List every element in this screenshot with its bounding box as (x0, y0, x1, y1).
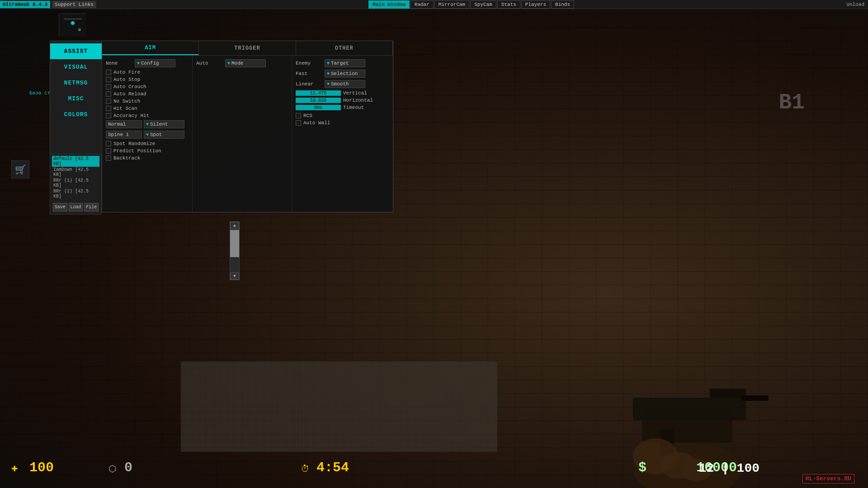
load-button[interactable]: Load (69, 203, 83, 211)
vertical-value-bar[interactable]: 11.475 (296, 90, 341, 96)
timeout-value-bar[interactable]: 0ms (296, 105, 341, 110)
scroll-up-button[interactable]: ▲ (230, 222, 239, 229)
noswitch-label: No Switch (113, 99, 140, 104)
noswitch-checkbox[interactable] (106, 99, 111, 104)
aim-config-row: None ▼ Config (106, 59, 189, 67)
hitscan-row: Hit Scan (106, 106, 189, 111)
trigger-auto-label: Auto (196, 61, 223, 66)
tab-radar[interactable]: Radar (410, 0, 434, 9)
spine-spot-row: Spine 1 ▼ Spot (106, 131, 189, 139)
hud-timer: 4:54 (316, 460, 349, 475)
tab-main-window[interactable]: Main Window (368, 0, 410, 9)
content-body: None ▼ Config Auto Fire Auto Stop Aut (102, 56, 393, 212)
minimap (59, 14, 86, 36)
scrollbar[interactable]: ▲ ▼ (230, 221, 240, 280)
file-button[interactable]: File (84, 203, 99, 211)
sidebar-item-assist[interactable]: ASSIST (50, 43, 102, 59)
tab-mirrorcam[interactable]: MirrorCam (434, 0, 469, 9)
tab-spycam[interactable]: SpyCam (470, 0, 496, 9)
scroll-track (230, 229, 239, 272)
app-logo: UltraHook 0.4.3 (0, 1, 50, 8)
main-tab-aim[interactable]: AIM (102, 41, 199, 55)
hitscan-checkbox[interactable] (106, 106, 111, 111)
trigger-mode-dropdown[interactable]: ▼ Mode (225, 59, 266, 67)
tab-stats[interactable]: Stats (497, 0, 520, 9)
config-file-default[interactable]: default [42.5 KB] (52, 156, 99, 167)
predictposition-row: Predict Position (106, 148, 189, 154)
cart-icon[interactable]: 🛒 (11, 160, 29, 178)
main-tab-trigger[interactable]: TRIGGER (199, 41, 296, 55)
spot-label: Spot (150, 132, 162, 137)
silent-dropdown[interactable]: ▼ Silent (144, 120, 184, 128)
main-tab-other[interactable]: OTHER (296, 41, 393, 55)
predictposition-label: Predict Position (113, 148, 161, 154)
tab-binds[interactable]: Binds (551, 0, 574, 9)
config-dropdown-label: Config (141, 61, 159, 66)
svg-rect-6 (633, 398, 746, 420)
spotrandomize-checkbox[interactable] (106, 141, 111, 146)
nav-tabs: Main Window Radar MirrorCam SpyCam Stats… (100, 0, 843, 9)
mode-arrow: ▼ (227, 61, 230, 66)
autostop-checkbox[interactable] (106, 77, 111, 82)
scroll-thumb[interactable] (230, 230, 239, 257)
aim-section: None ▼ Config Auto Fire Auto Stop Aut (102, 56, 193, 212)
wall-label: B1 (778, 90, 805, 115)
horizontal-label: Horizontal (343, 98, 373, 103)
accuracyhit-row: Accuracy Hit (106, 113, 189, 118)
config-file-iamdown[interactable]: IamDown [42.5 KB] (52, 167, 99, 178)
predictposition-checkbox[interactable] (106, 148, 111, 154)
target-label: Target (331, 61, 349, 66)
config-file-rrr1[interactable]: RRr (1) [42.5 KB] (52, 178, 99, 188)
smooth-dropdown[interactable]: ▼ Smooth (325, 80, 365, 88)
autofire-label: Auto Fire (113, 70, 140, 75)
floor-grating (181, 361, 497, 452)
rcs-checkbox[interactable] (296, 113, 301, 118)
normal-silent-row: Normal ▼ Silent (106, 120, 189, 128)
spot-dropdown[interactable]: ▼ Spot (144, 131, 184, 139)
accuracyhit-label: Accuracy Hit (113, 113, 149, 118)
save-button[interactable]: Save (53, 203, 67, 211)
armor-icon: ⬡ (108, 463, 116, 474)
autoreload-checkbox[interactable] (106, 91, 111, 97)
accuracyhit-checkbox[interactable] (106, 113, 111, 118)
scroll-down-button[interactable]: ▼ (230, 272, 239, 280)
sidebar-item-visual[interactable]: VISUAL (50, 59, 102, 75)
topbar: UltraHook 0.4.3 Support Links Main Windo… (0, 0, 868, 9)
autofire-checkbox[interactable] (106, 70, 111, 75)
hl-servers-logo: HL-Servers.RU (802, 474, 854, 483)
selection-dropdown[interactable]: ▼ Selection (325, 70, 365, 78)
health-icon: ✚ (11, 461, 18, 474)
config-file-rrr2[interactable]: RRr (2) [42.5 KB] (52, 188, 99, 199)
hud-health: 100 (29, 460, 54, 475)
backtrack-label: Backtrack (113, 155, 140, 161)
enemy-label: Enemy (296, 61, 323, 66)
autowall-label: Auto Wall (303, 120, 330, 126)
rcs-label: RCS (303, 113, 312, 118)
support-links-button[interactable]: Support Links (52, 1, 96, 8)
config-dropdown-arrow: ▼ (137, 61, 140, 66)
autowall-row: Auto Wall (296, 120, 389, 126)
sidebar-item-netmsg[interactable]: NETMSG (50, 75, 102, 91)
autoreload-label: Auto Reload (113, 91, 146, 97)
smooth-arrow: ▼ (327, 82, 330, 87)
horizontal-value-bar[interactable]: 10.929 (296, 98, 341, 103)
other-section: Enemy ▼ Target Fast ▼ Selection Linear (292, 56, 393, 212)
sidebar-item-misc[interactable]: MISC (50, 91, 102, 107)
svg-rect-0 (59, 14, 86, 37)
target-dropdown[interactable]: ▼ Target (325, 59, 365, 67)
autostop-label: Auto Stop (113, 77, 140, 82)
vertical-row: 11.475 Vertical (296, 90, 389, 96)
spine-dropdown[interactable]: Spine 1 (106, 131, 142, 139)
tab-header: AIM TRIGGER OTHER (102, 41, 393, 56)
autoreload-row: Auto Reload (106, 91, 189, 97)
mode-label: Mode (231, 61, 243, 66)
normal-dropdown[interactable]: Normal (106, 120, 142, 128)
aim-config-dropdown[interactable]: ▼ Config (135, 59, 175, 67)
autofire-row: Auto Fire (106, 70, 189, 75)
autocrouch-checkbox[interactable] (106, 84, 111, 89)
sidebar-item-colors[interactable]: COLORS (50, 107, 102, 122)
backtrack-checkbox[interactable] (106, 155, 111, 161)
tab-players[interactable]: Players (521, 0, 550, 9)
unload-button[interactable]: Unload (843, 1, 868, 8)
autowall-checkbox[interactable] (296, 120, 301, 126)
